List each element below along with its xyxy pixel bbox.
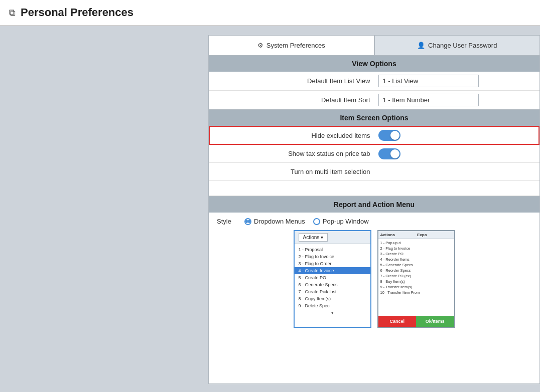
style-label: Style xyxy=(217,218,231,225)
popup-col1-label: Actions xyxy=(380,233,416,237)
report-action-menu-header: Report and Action Menu xyxy=(209,197,539,213)
show-tax-status-label: Show tax status on price tab xyxy=(217,150,378,157)
pp-item-3: 3 - Create PO xyxy=(380,251,452,257)
default-item-sort-row: Default Item Sort xyxy=(209,91,539,109)
default-item-list-view-value xyxy=(378,75,532,87)
popup-preview: Actions Expo 1 - Pop up d 2 - Flag to In… xyxy=(377,230,455,328)
dp-item-8: 8 - Copy Item(s) xyxy=(295,295,370,302)
tab-content: View Options Default Item List View Defa… xyxy=(208,55,540,384)
default-item-list-view-label: Default Item List View xyxy=(217,77,378,85)
left-panel xyxy=(0,35,208,384)
dropdown-preview-header: Actions ▾ xyxy=(295,231,370,244)
popup-preview-header: Actions Expo xyxy=(378,231,454,239)
user-icon: 👤 xyxy=(417,42,425,49)
dropdown-menus-option[interactable]: Dropdown Menus xyxy=(244,218,305,225)
tabs-bar: ⚙ System Preferences 👤 Change User Passw… xyxy=(208,35,540,55)
pp-item-1: 1 - Pop up d xyxy=(380,240,452,246)
pp-item-9: 9 - Transfer Item(s) xyxy=(380,284,452,290)
item-screen-options-header: Item Screen Options xyxy=(209,110,539,126)
dropdown-arrow-icon: ▾ xyxy=(321,235,323,240)
dp-item-7: 7 - Create Pick List xyxy=(295,288,370,295)
tab-system-preferences-label: System Preferences xyxy=(266,42,325,49)
popup-footer: Cancel Ok/Items xyxy=(378,316,454,327)
multi-item-selection-row: Turn on multi item selection xyxy=(209,163,539,181)
dp-item-3: 3 - Flag to Order xyxy=(295,260,370,267)
report-action-menu-section: Report and Action Menu Style Dropdown Me… xyxy=(209,197,539,336)
page-header: ⧉ Personal Preferences xyxy=(0,0,540,26)
page-title: Personal Preferences xyxy=(21,6,133,19)
popup-cancel-btn[interactable]: Cancel xyxy=(378,316,417,327)
show-tax-status-row: Show tax status on price tab xyxy=(209,145,539,163)
dropdown-preview: Actions ▾ 1 - Proposal 2 - Flag to Invoi… xyxy=(294,230,371,328)
pp-item-5: 5 - Generate Specs xyxy=(380,262,452,268)
multi-item-selection-label: Turn on multi item selection xyxy=(217,168,378,175)
hide-excluded-items-label: Hide excluded items xyxy=(218,132,378,139)
show-tax-status-toggle[interactable] xyxy=(378,148,400,159)
pp-item-7: 7 - Create PO (ex) xyxy=(380,273,452,279)
dropdown-menus-radio[interactable] xyxy=(244,218,251,225)
pp-item-10: 10 - Transfer Item From xyxy=(380,290,452,295)
main-area: ⚙ System Preferences 👤 Change User Passw… xyxy=(0,26,540,384)
dp-item-4: 4 - Create Invoice xyxy=(295,267,370,274)
popup-col2-label: Expo xyxy=(417,233,452,237)
default-item-list-view-row: Default Item List View xyxy=(209,72,539,91)
hide-excluded-items-row: Hide excluded items xyxy=(209,126,539,145)
hide-excluded-items-value xyxy=(378,130,531,141)
popup-ok-btn[interactable]: Ok/Items xyxy=(416,316,454,327)
popup-list: 1 - Pop up d 2 - Flag to Invoice 3 - Cre… xyxy=(378,239,454,296)
item-screen-options-section: Item Screen Options Hide excluded items … xyxy=(209,110,539,197)
popup-window-option[interactable]: Pop-up Window xyxy=(313,218,369,225)
view-options-header: View Options xyxy=(209,56,539,72)
default-item-list-view-input[interactable] xyxy=(378,75,479,87)
gear-icon: ⚙ xyxy=(257,42,263,49)
tab-change-user-password[interactable]: 👤 Change User Password xyxy=(374,35,541,55)
external-link-icon: ⧉ xyxy=(9,8,16,18)
dp-item-2: 2 - Flag to Invoice xyxy=(295,253,370,260)
dp-item-1: 1 - Proposal xyxy=(295,246,370,253)
dp-item-9: 9 - Delete Spec xyxy=(295,302,370,309)
dropdown-list: 1 - Proposal 2 - Flag to Invoice 3 - Fla… xyxy=(295,244,370,318)
pp-item-2: 2 - Flag to Invoice xyxy=(380,246,452,251)
empty-row xyxy=(209,181,539,196)
tab-system-preferences[interactable]: ⚙ System Preferences xyxy=(208,35,374,55)
hide-excluded-items-toggle[interactable] xyxy=(378,130,400,141)
pp-item-8: 8 - Buy Item(s) xyxy=(380,279,452,284)
dropdown-actions-btn: Actions ▾ xyxy=(299,233,328,242)
dp-item-5: 5 - Create PO xyxy=(295,274,370,281)
dropdown-menus-label: Dropdown Menus xyxy=(254,218,305,225)
content-panel: ⚙ System Preferences 👤 Change User Passw… xyxy=(208,35,540,384)
default-item-sort-input[interactable] xyxy=(378,94,479,106)
pp-item-4: 4 - Reorder Items xyxy=(380,257,452,262)
pp-item-6: 6 - Reorder Specs xyxy=(380,268,452,273)
show-tax-status-value xyxy=(378,148,532,159)
popup-window-radio[interactable] xyxy=(313,218,320,225)
view-options-section: View Options Default Item List View Defa… xyxy=(209,56,539,110)
previews-row: Actions ▾ 1 - Proposal 2 - Flag to Invoi… xyxy=(209,230,539,336)
dp-item-6: 6 - Generate Specs xyxy=(295,281,370,288)
popup-window-label: Pop-up Window xyxy=(323,218,369,225)
style-row: Style Dropdown Menus Pop-up Window xyxy=(209,213,539,230)
default-item-sort-value xyxy=(378,94,532,106)
tab-change-user-password-label: Change User Password xyxy=(428,42,497,49)
default-item-sort-label: Default Item Sort xyxy=(217,96,378,104)
actions-label: Actions xyxy=(303,235,320,240)
